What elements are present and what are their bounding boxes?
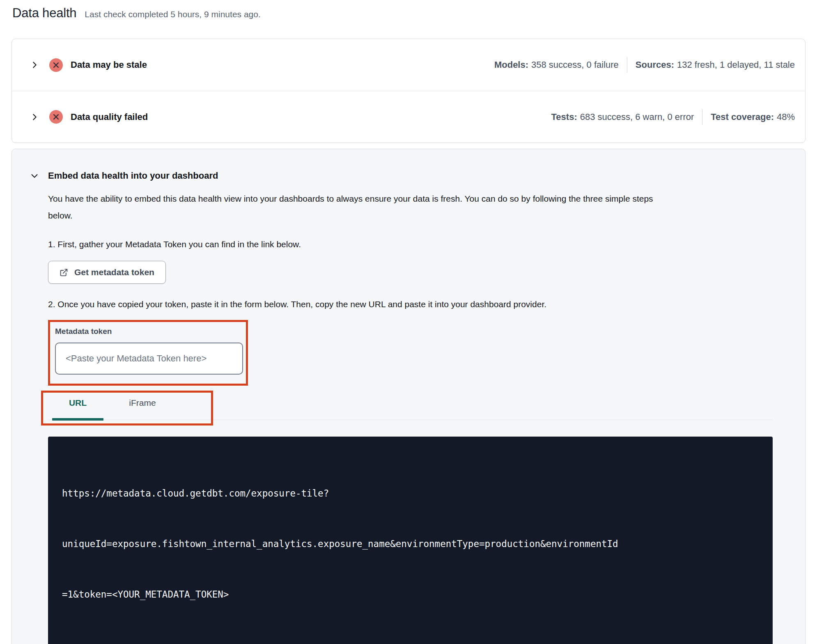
embed-section-title: Embed data health into your dashboard xyxy=(48,170,218,181)
status-row-stale-left: Data may be stale xyxy=(30,58,147,72)
metric-test-coverage-value: 48% xyxy=(777,112,795,122)
embed-section-header: Embed data health into your dashboard xyxy=(30,170,787,181)
embed-description: You have the ability to embed this data … xyxy=(48,190,676,224)
status-card: Data may be stale Models:358 success, 0 … xyxy=(11,39,806,143)
status-title-quality: Data quality failed xyxy=(71,112,148,122)
chevron-down-icon[interactable] xyxy=(30,171,39,180)
status-title-stale: Data may be stale xyxy=(71,60,147,70)
embed-url-line-2: uniqueId=exposure.fishtown_internal_anal… xyxy=(62,536,756,552)
metadata-token-field-label: Metadata token xyxy=(55,327,246,336)
embed-url-code-block: https://metadata.cloud.getdbt.com/exposu… xyxy=(48,437,773,644)
get-metadata-token-button[interactable]: Get metadata token xyxy=(48,261,166,284)
metadata-token-input[interactable] xyxy=(55,343,243,375)
embed-section-body: You have the ability to embed this data … xyxy=(48,190,787,644)
embed-section-card: Embed data health into your dashboard Yo… xyxy=(11,149,806,644)
error-status-icon xyxy=(49,58,63,72)
status-row-quality: Data quality failed Tests:683 success, 6… xyxy=(12,91,805,143)
step-2-text: 2. Once you have copied your token, past… xyxy=(48,299,787,309)
metric-models-value: 358 success, 0 failure xyxy=(531,60,619,70)
annotation-highlight-token-field: Metadata token xyxy=(48,320,248,386)
metric-sources-value: 132 fresh, 1 delayed, 11 stale xyxy=(677,60,795,70)
metric-sources: Sources:132 fresh, 1 delayed, 11 stale xyxy=(636,60,795,70)
status-row-quality-left: Data quality failed xyxy=(30,110,148,124)
embed-url-line-3: =1&token=<YOUR_METADATA_TOKEN> xyxy=(62,586,756,603)
status-row-stale-metrics: Models:358 success, 0 failure Sources:13… xyxy=(494,57,795,73)
status-row-quality-metrics: Tests:683 success, 6 warn, 0 error Test … xyxy=(551,109,795,125)
step-1-text: 1. First, gather your Metadata Token you… xyxy=(48,239,787,249)
chevron-right-icon[interactable] xyxy=(30,113,39,122)
metric-models-label: Models: xyxy=(494,60,528,70)
external-link-icon xyxy=(60,268,68,277)
metrics-divider xyxy=(627,57,627,73)
data-health-page: Data health Last check completed 5 hours… xyxy=(0,0,817,644)
last-check-status: Last check completed 5 hours, 9 minutes … xyxy=(85,9,260,19)
metric-tests-label: Tests: xyxy=(551,112,577,122)
chevron-right-icon[interactable] xyxy=(30,60,39,69)
get-metadata-token-label: Get metadata token xyxy=(74,267,154,277)
metric-tests: Tests:683 success, 6 warn, 0 error xyxy=(551,112,694,122)
embed-url-line-1: https://metadata.cloud.getdbt.com/exposu… xyxy=(62,485,756,502)
metric-sources-label: Sources: xyxy=(636,60,674,70)
page-header: Data health Last check completed 5 hours… xyxy=(11,6,806,21)
status-row-stale: Data may be stale Models:358 success, 0 … xyxy=(12,39,805,91)
annotation-highlight-tabs xyxy=(41,391,213,426)
metric-test-coverage: Test coverage:48% xyxy=(711,112,795,122)
output-format-tabs: URL iFrame xyxy=(48,391,787,426)
metrics-divider xyxy=(702,109,702,125)
metric-tests-value: 683 success, 6 warn, 0 error xyxy=(580,112,694,122)
embed-url-text: https://metadata.cloud.getdbt.com/exposu… xyxy=(62,451,756,637)
metric-models: Models:358 success, 0 failure xyxy=(494,60,619,70)
error-status-icon xyxy=(49,110,63,124)
page-title: Data health xyxy=(12,6,76,21)
metric-test-coverage-label: Test coverage: xyxy=(711,112,774,122)
